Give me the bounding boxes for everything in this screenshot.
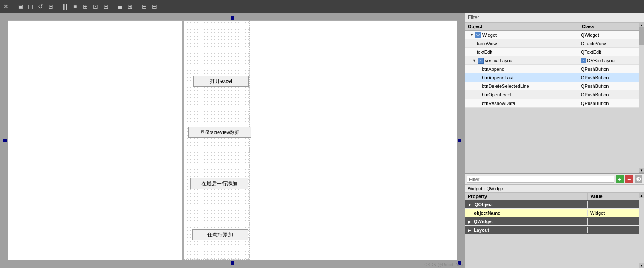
property-settings-button[interactable]: ⚙ <box>635 175 642 183</box>
property-header: Property Value <box>465 193 639 200</box>
tree-col-class-vlayout: ≡ QVBoxLayout <box>579 57 639 64</box>
name-btnopenexcel: btnOpenExcel <box>482 92 511 97</box>
tableview-region <box>8 21 182 260</box>
layout-arrow: ▶ <box>468 228 471 233</box>
tree-row-btnappend[interactable]: btnAppend QPushButton <box>465 65 639 73</box>
property-add-button[interactable]: + <box>616 175 624 183</box>
break-layout-icon[interactable]: ⊟ <box>102 2 110 11</box>
tree-row-btnappendlast[interactable]: btnAppendLast QPushButton <box>465 73 639 82</box>
name-widget: Widget <box>482 32 497 38</box>
object-tree: ▼ W Widget QWidget tableView <box>465 31 639 173</box>
spacer-h-icon[interactable]: ≣ <box>116 2 124 11</box>
property-filter-input[interactable] <box>467 176 614 183</box>
new-form-icon[interactable]: ▣ <box>16 2 24 11</box>
prop-scroll-down-arrow[interactable]: ▼ <box>639 263 644 268</box>
tree-row-vlayout[interactable]: ▼ ≡ verticalLayout ≡ QVBoxLayout <box>465 56 639 65</box>
adjust-size-icon[interactable]: ⊟ <box>140 2 149 11</box>
object-inspector-scrollbar[interactable]: ▲ ▼ <box>639 23 644 173</box>
prop-group-qwidget-value <box>588 221 639 222</box>
value-col-header: Value <box>588 193 639 200</box>
property-remove-button[interactable]: − <box>625 175 633 183</box>
name-btnreshowdata: btnReshowData <box>482 101 515 106</box>
toolbar-separator-3 <box>113 3 113 10</box>
tree-col-object-textedit: textEdit <box>465 49 579 55</box>
handle-left[interactable] <box>3 139 7 142</box>
canvas-btn-open-excel[interactable]: 打开excel <box>193 76 249 87</box>
qobject-label: QObject <box>475 202 493 207</box>
prop-scroll-up-arrow[interactable]: ▲ <box>639 193 644 198</box>
property-inspector-scrollbar[interactable]: ▲ ▼ <box>639 193 644 268</box>
prop-group-layout[interactable]: ▶ Layout <box>465 226 639 234</box>
prop-group-qwidget[interactable]: ▶ QWidget <box>465 217 639 226</box>
spacer-v-icon[interactable]: ⊞ <box>126 2 134 11</box>
tree-col-class-textedit: QTextEdit <box>579 49 639 55</box>
object-filter-bar: Filter <box>465 13 644 23</box>
tree-row-btnreshowdata[interactable]: btnReshowData QPushButton <box>465 99 639 108</box>
tree-col-class-tableview: QTableView <box>579 40 639 47</box>
layout-label: Layout <box>474 227 489 233</box>
property-col-header: Property <box>465 193 588 200</box>
main-toolbar: ✕ ▣ ▥ ↺ ⊟ ||| ≡ ⊞ ⊡ ⊟ ≣ ⊞ ⊟ ⊟ <box>0 0 644 13</box>
prop-objectname-name: objectName <box>465 210 588 216</box>
undo-icon[interactable]: ⊟ <box>47 2 55 11</box>
tree-col-object-btnreshowdata: btnReshowData <box>465 100 579 107</box>
scroll-down-arrow[interactable]: ▼ <box>639 168 644 173</box>
open-form-icon[interactable]: ▥ <box>26 2 35 11</box>
tree-row-btndelete[interactable]: btnDeleteSelectedLine QPushButton <box>465 82 639 90</box>
property-inspector: + − ⚙ Widget : QWidget Property Value ▼ <box>465 174 644 268</box>
icon-vlayout: ≡ <box>478 58 484 64</box>
layout-form-icon[interactable]: ⊡ <box>91 2 100 11</box>
prop-group-qobject[interactable]: ▼ QObject <box>465 200 639 209</box>
toolbar-separator-1 <box>13 3 13 10</box>
canvas-btn-reshow[interactable]: 回显tableView数据 <box>188 127 251 138</box>
name-tableview: tableView <box>477 41 497 46</box>
close-icon[interactable]: ✕ <box>2 2 10 11</box>
prop-group-qobject-value <box>588 204 639 205</box>
prop-group-qobject-name: ▼ QObject <box>465 201 588 208</box>
prop-objectname-value: Widget <box>588 210 639 216</box>
property-table-container: Property Value ▼ QObject objectName <box>465 193 644 268</box>
toolbar-separator-2 <box>58 3 58 10</box>
qobject-arrow: ▼ <box>468 203 472 207</box>
prop-group-layout-value <box>588 229 639 231</box>
icon-widget: W <box>475 32 481 38</box>
widget-class-label: Widget : QWidget <box>465 185 644 193</box>
tree-row-textedit[interactable]: textEdit QTextEdit <box>465 48 639 56</box>
tree-row-tableview[interactable]: tableView QTableView <box>465 39 639 48</box>
canvas-btn-append-last[interactable]: 在最后一行添加 <box>190 178 248 189</box>
prop-row-objectname[interactable]: objectName Widget <box>465 209 639 217</box>
layout-grid-icon[interactable]: ⊞ <box>81 2 90 11</box>
save-form-icon[interactable]: ↺ <box>36 2 45 11</box>
tree-col-object-btndelete: btnDeleteSelectedLine <box>465 83 579 90</box>
name-btnappendlast: btnAppendLast <box>482 75 513 80</box>
tree-col-object-btnappend: btnAppend <box>465 66 579 73</box>
right-panel: Filter Object Class ▼ <box>465 13 644 268</box>
handle-top[interactable] <box>231 16 234 20</box>
object-col-header: Object <box>465 23 579 30</box>
tree-col-class-btnreshowdata: QPushButton <box>579 100 639 107</box>
tree-row-btnopenexcel[interactable]: btnOpenExcel QPushButton <box>465 90 639 99</box>
object-tree-header: Object Class <box>465 23 639 31</box>
tree-row-widget[interactable]: ▼ W Widget QWidget <box>465 31 639 39</box>
canvas-btn-append-any[interactable]: 任意行添加 <box>192 229 248 240</box>
handle-right[interactable] <box>458 139 461 142</box>
object-inspector-content: Object Class ▼ W Widget <box>465 23 639 173</box>
canvas-area: 打开excel 回显tableView数据 在最后一行添加 任意行添加 <box>8 20 457 260</box>
tree-col-class-btnopenexcel: QPushButton <box>579 91 639 98</box>
tree-col-object-btnopenexcel: btnOpenExcel <box>465 91 579 98</box>
scroll-thumb <box>639 28 644 45</box>
tree-col-object-tableview: tableView <box>465 40 579 47</box>
name-textedit: textEdit <box>477 50 492 55</box>
handle-bottom[interactable] <box>231 261 234 265</box>
designer-canvas: 打开excel 回显tableView数据 在最后一行添加 任意行添加 CSDN… <box>0 13 465 268</box>
tree-col-class-btnappend: QPushButton <box>579 66 639 73</box>
layout-h-icon[interactable]: ||| <box>61 2 69 11</box>
preview-icon[interactable]: ⊟ <box>150 2 159 11</box>
property-table-scroll: Property Value ▼ QObject objectName <box>465 193 639 268</box>
vlayout-region <box>184 21 250 260</box>
tree-col-class-btnappendlast: QPushButton <box>579 74 639 81</box>
arrow-widget: ▼ <box>470 33 474 37</box>
scroll-up-arrow[interactable]: ▲ <box>639 23 644 28</box>
layout-v-icon[interactable]: ≡ <box>71 2 79 11</box>
watermark: CSDN @Robot_Yue <box>424 262 463 267</box>
